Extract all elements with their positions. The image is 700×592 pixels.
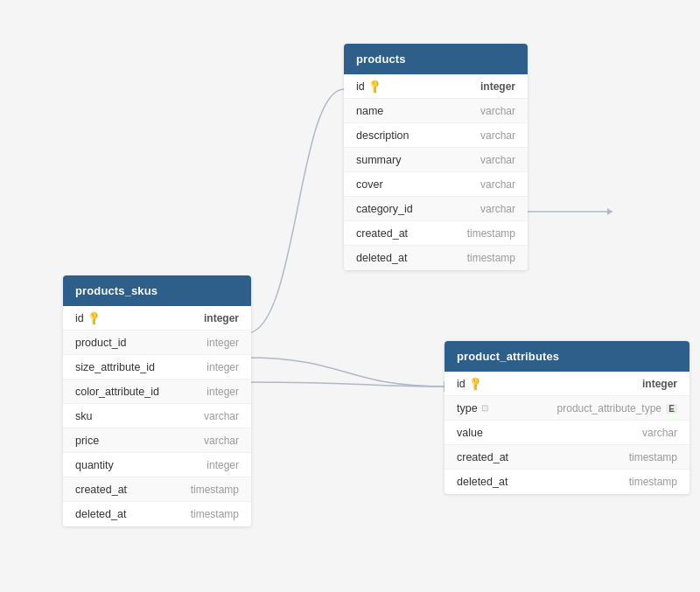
conn-products-to-skus: [247, 89, 344, 333]
table-row: size_attribute_id integer: [63, 355, 251, 380]
table-products-body: id 🔑 integer name varchar description va…: [344, 74, 528, 270]
table-row: cover varchar: [344, 172, 528, 197]
col-type: integer: [206, 361, 239, 373]
table-row: color_attribute_id integer: [63, 380, 251, 404]
col-name: price: [75, 435, 99, 447]
col-type: timestamp: [191, 508, 239, 520]
table-row: id 🔑 integer: [344, 74, 528, 99]
table-row: name varchar: [344, 99, 528, 123]
key-icon: 🔑: [85, 310, 102, 326]
col-type: varchar: [480, 178, 515, 191]
table-row: value varchar: [444, 421, 690, 445]
col-name: sku: [75, 410, 92, 422]
svg-marker-6: [607, 208, 612, 215]
table-row: created_at timestamp: [344, 221, 528, 246]
col-name: created_at: [356, 227, 408, 240]
col-name: deleted_at: [75, 508, 126, 520]
col-type: varchar: [642, 427, 677, 439]
table-row: deleted_at timestamp: [63, 502, 251, 526]
col-name: name: [356, 105, 383, 117]
col-type: varchar: [480, 154, 515, 166]
field-name: id: [356, 80, 365, 93]
col-name: size_attribute_id: [75, 361, 155, 373]
table-row: price varchar: [63, 428, 251, 453]
table-row: category_id varchar: [344, 197, 528, 221]
table-products-skus-header: products_skus: [63, 275, 251, 306]
table-row: id 🔑 integer: [444, 372, 690, 396]
table-row: type ⊡ product_attribute_type E: [444, 396, 690, 421]
col-name: id 🔑: [75, 312, 100, 324]
col-name: deleted_at: [356, 252, 407, 264]
table-row: id 🔑 integer: [63, 306, 251, 331]
col-name: summary: [356, 154, 401, 166]
table-row: created_at timestamp: [63, 477, 251, 502]
col-type: timestamp: [191, 484, 239, 496]
col-name: value: [457, 427, 483, 439]
col-type: varchar: [480, 105, 515, 117]
table-products-skus-body: id 🔑 integer product_id integer size_att…: [63, 306, 251, 526]
col-name: description: [356, 129, 409, 142]
table-row: product_id integer: [63, 331, 251, 355]
col-type: integer: [204, 312, 239, 324]
col-type: varchar: [480, 129, 515, 142]
col-name: id 🔑: [356, 80, 381, 93]
table-products: products id 🔑 integer name varchar descr…: [344, 44, 528, 270]
field-name: id: [457, 378, 466, 390]
table-row: deleted_at timestamp: [344, 246, 528, 270]
col-type: varchar: [204, 410, 239, 422]
col-name: type ⊡: [457, 402, 488, 414]
col-name: created_at: [75, 484, 127, 496]
key-icon: 🔑: [466, 375, 483, 392]
conn-skus-color-to-attr: [247, 382, 444, 387]
table-product-attributes-body: id 🔑 integer type ⊡ product_attribute_ty…: [444, 372, 690, 494]
field-name: type: [457, 402, 478, 414]
field-name: id: [75, 312, 84, 324]
canvas: products id 🔑 integer name varchar descr…: [0, 0, 700, 592]
col-type: timestamp: [629, 476, 677, 488]
table-row: created_at timestamp: [444, 445, 690, 470]
col-name: created_at: [457, 451, 508, 463]
col-name: color_attribute_id: [75, 386, 159, 398]
table-row: sku varchar: [63, 404, 251, 428]
col-name: quantity: [75, 459, 114, 471]
col-type: timestamp: [467, 252, 515, 264]
col-type: varchar: [204, 435, 239, 447]
table-products-header: products: [344, 44, 528, 74]
key-icon: 🔑: [366, 78, 382, 94]
col-type: integer: [206, 459, 239, 471]
col-type: timestamp: [629, 451, 677, 463]
table-row: quantity integer: [63, 453, 251, 477]
col-type: varchar: [480, 203, 515, 215]
col-type: integer: [480, 80, 515, 93]
table-row: summary varchar: [344, 148, 528, 172]
col-name: id 🔑: [457, 378, 481, 390]
col-name: category_id: [356, 203, 413, 215]
col-name: cover: [356, 178, 383, 191]
table-row: deleted_at timestamp: [444, 470, 690, 494]
col-name: product_id: [75, 337, 126, 349]
enum-badge: E: [666, 404, 677, 414]
table-product-attributes-header: product_attributes: [444, 341, 690, 372]
col-type: integer: [642, 378, 677, 390]
table-product-attributes: product_attributes id 🔑 integer type ⊡ p…: [444, 341, 690, 494]
col-type: timestamp: [467, 227, 515, 240]
col-type: integer: [206, 386, 239, 398]
col-type: product_attribute_type E: [557, 402, 677, 414]
table-products-skus: products_skus id 🔑 integer product_id in…: [63, 275, 251, 526]
conn-skus-size-to-attr: [247, 358, 444, 387]
db-icon: ⊡: [481, 403, 488, 413]
table-row: description varchar: [344, 123, 528, 148]
col-name: deleted_at: [457, 476, 508, 488]
col-type: integer: [206, 337, 239, 349]
